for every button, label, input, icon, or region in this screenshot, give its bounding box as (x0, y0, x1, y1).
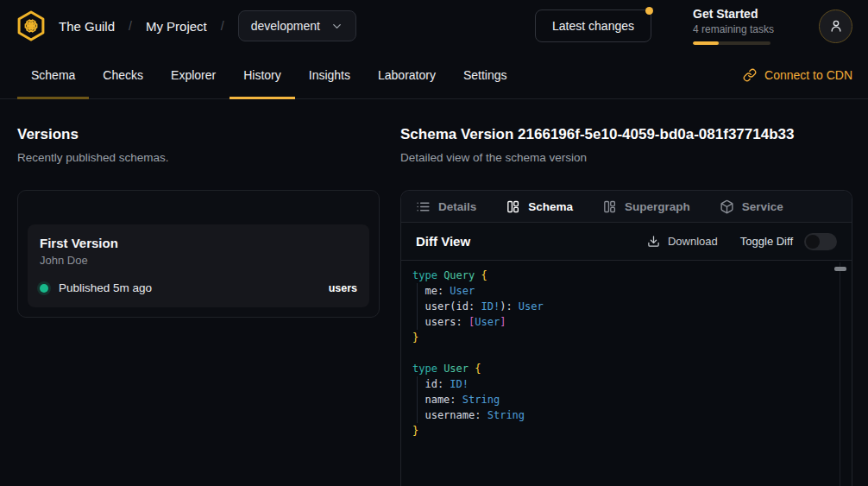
tab-label: Insights (309, 68, 350, 82)
breadcrumb-org[interactable]: The Guild (59, 19, 115, 34)
version-detail-title: Schema Version 2166196f-5e10-4059-bd0a-0… (400, 126, 852, 143)
download-icon (647, 235, 660, 248)
tab-label: Checks (103, 68, 143, 82)
version-detail-card: Details Schema Supergraph Service Diff V… (400, 190, 852, 486)
toggle-diff-label: Toggle Diff (740, 235, 793, 248)
version-status-row: Published 5m ago users (40, 281, 357, 294)
breadcrumb-project[interactable]: My Project (146, 19, 207, 34)
version-detail-subtitle: Detailed view of the schema version (400, 151, 852, 164)
download-button[interactable]: Download (647, 235, 718, 248)
connect-to-cdn-link[interactable]: Connect to CDN (743, 68, 852, 82)
version-detail-panel: Schema Version 2166196f-5e10-4059-bd0a-0… (400, 126, 852, 486)
tab-explorer[interactable]: Explorer (157, 52, 230, 98)
detail-tab-supergraph[interactable]: Supergraph (602, 199, 690, 214)
link-icon (743, 68, 757, 82)
get-started-widget[interactable]: Get Started 4 remaining tasks (693, 7, 783, 45)
columns-icon (602, 199, 617, 214)
hive-logo-icon[interactable] (14, 9, 48, 43)
indent-guide (417, 283, 418, 330)
user-icon (828, 18, 844, 34)
main-nav: Schema Checks Explorer History Insights … (0, 52, 868, 99)
versions-panel: Versions Recently published schemas. Fir… (17, 126, 380, 486)
code-scrollbar-track (840, 262, 840, 486)
versions-title: Versions (17, 126, 380, 143)
diff-view-actions: Download Toggle Diff (647, 233, 837, 250)
chevron-down-icon (330, 20, 343, 33)
versions-list: First Version John Doe Published 5m ago … (17, 190, 380, 318)
tab-laboratory[interactable]: Laboratory (364, 52, 450, 98)
breadcrumb: The Guild / My Project / development (59, 10, 356, 41)
cdn-link-label: Connect to CDN (764, 68, 852, 82)
tab-checks[interactable]: Checks (89, 52, 157, 98)
schema-code-viewer: type Query { me: User user(id: ID!): Use… (401, 261, 852, 486)
get-started-progress-fill (693, 41, 719, 45)
cube-icon (720, 199, 734, 214)
toggle-diff-switch[interactable] (804, 233, 837, 250)
list-icon (416, 199, 431, 214)
version-name: First Version (40, 236, 357, 250)
published-status-dot (40, 284, 48, 293)
latest-changes-button[interactable]: Latest changes (535, 9, 651, 42)
tab-settings[interactable]: Settings (450, 52, 521, 98)
tab-label: Laboratory (378, 68, 436, 82)
detail-tab-label: Supergraph (625, 200, 690, 213)
get-started-title: Get Started (693, 7, 783, 21)
toggle-diff-control: Toggle Diff (740, 233, 837, 250)
code-scrollbar-thumb[interactable] (834, 267, 846, 271)
notification-dot (645, 7, 653, 15)
tab-label: Schema (31, 68, 75, 82)
version-status: Published 5m ago (59, 281, 152, 294)
columns-icon (506, 199, 520, 214)
diff-view-toolbar: Diff View Download Toggle Diff (401, 223, 852, 261)
versions-subtitle: Recently published schemas. (17, 151, 380, 164)
detail-tab-label: Schema (528, 200, 573, 213)
target-selector-dropdown[interactable]: development (238, 10, 356, 41)
version-author: John Doe (40, 254, 357, 267)
tab-label: Explorer (171, 68, 216, 82)
version-list-item[interactable]: First Version John Doe Published 5m ago … (28, 224, 369, 307)
download-label: Download (668, 235, 718, 248)
diff-view-title: Diff View (416, 234, 470, 249)
detail-tab-label: Service (742, 200, 783, 213)
indent-guide (417, 376, 418, 423)
tab-insights[interactable]: Insights (295, 52, 364, 98)
tab-label: History (243, 68, 281, 82)
toggle-knob (806, 235, 820, 249)
detail-tab-service[interactable]: Service (720, 199, 783, 214)
detail-tab-details[interactable]: Details (416, 199, 476, 214)
header-right-group: Latest changes Get Started 4 remaining t… (535, 7, 852, 45)
service-badge: users (329, 282, 357, 294)
breadcrumb-separator: / (221, 19, 224, 33)
detail-tabs: Details Schema Supergraph Service (401, 191, 852, 223)
tab-label: Settings (463, 68, 507, 82)
target-selector-value: development (251, 19, 320, 33)
app-header: The Guild / My Project / development Lat… (0, 0, 868, 52)
code-block: type Query { me: User user(id: ID!): Use… (412, 268, 852, 439)
user-avatar[interactable] (819, 9, 852, 43)
breadcrumb-separator: / (129, 19, 132, 33)
detail-tab-label: Details (438, 200, 476, 213)
tab-schema[interactable]: Schema (17, 52, 89, 98)
get-started-subtitle: 4 remaining tasks (693, 23, 783, 35)
latest-changes-label: Latest changes (552, 19, 634, 33)
detail-tab-schema[interactable]: Schema (506, 199, 573, 214)
main-content: Versions Recently published schemas. Fir… (0, 99, 868, 486)
get-started-progress-bar (693, 41, 771, 45)
tab-history[interactable]: History (230, 52, 295, 98)
